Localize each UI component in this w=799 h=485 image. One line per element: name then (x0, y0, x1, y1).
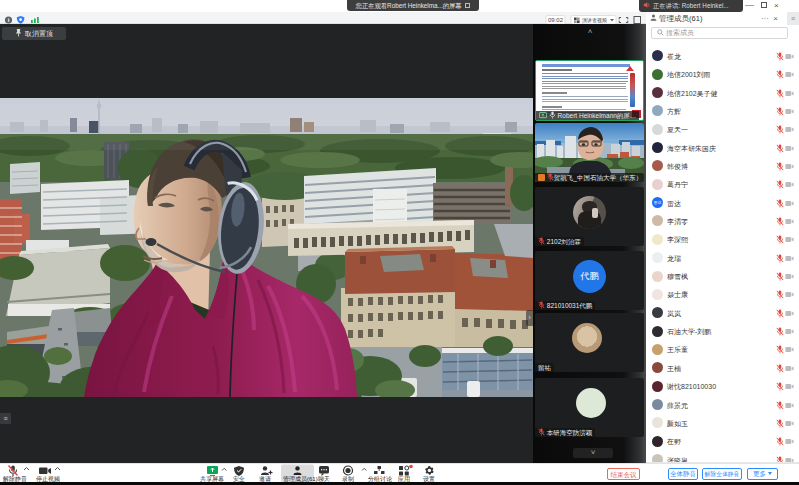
svg-text:共享屏幕: 共享屏幕 (200, 475, 224, 482)
svg-text:09:02: 09:02 (548, 17, 564, 23)
svg-text:安全: 安全 (233, 475, 245, 482)
svg-text:演讲者视频: 演讲者视频 (582, 17, 607, 24)
svg-text:设置: 设置 (423, 475, 435, 482)
